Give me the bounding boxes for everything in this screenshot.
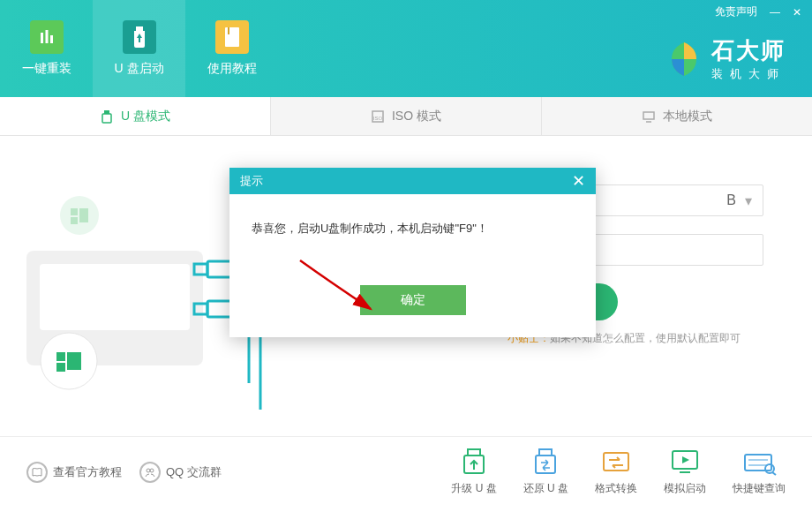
svg-rect-9 [643,112,654,119]
upgrade-usb-label: 升级 U 盘 [451,481,496,496]
app-header: 一键重装 U 盘启动 使用教程 免责声明 — ✕ 石大师 装机大师 [0,0,812,97]
footer: 查看官方教程 QQ 交流群 升级 U 盘 还原 U 盘 格式转换 模拟启动 快捷… [0,436,812,507]
chevron-down-icon: ▾ [745,192,752,209]
usb-icon [100,109,114,124]
hotkey-query-label: 快捷键查询 [733,481,786,496]
tab-iso-mode[interactable]: ISO ISO 模式 [270,97,541,135]
restore-usb-label: 还原 U 盘 [523,481,568,496]
svg-rect-21 [468,449,480,456]
svg-rect-3 [225,27,239,47]
book-icon [26,462,48,483]
svg-rect-4 [228,27,229,34]
main-nav: 一键重装 U 盘启动 使用教程 [0,0,278,97]
upgrade-usb-action[interactable]: 升级 U 盘 [451,448,496,496]
svg-line-32 [772,472,776,475]
mode-tabs: U 盘模式 ISO ISO 模式 本地模式 [0,97,812,136]
nav-tutorial-label: 使用教程 [207,61,257,77]
simulate-boot-label: 模拟启动 [664,481,706,496]
footer-actions: 升级 U 盘 还原 U 盘 格式转换 模拟启动 快捷键查询 [451,448,786,496]
close-button[interactable]: ✕ [793,6,801,19]
dialog-title: 提示 [240,173,263,189]
upgrade-usb-icon [456,448,492,476]
svg-point-20 [150,469,154,472]
format-convert-icon [598,448,634,476]
svg-rect-23 [539,449,552,456]
dialog-header: 提示 ✕ [229,168,596,194]
dialog-body: 恭喜您，启动U盘制作成功，本机启动键"F9"！ 确定 [229,194,596,337]
brand: 石大师 装机大师 [665,35,786,82]
svg-rect-12 [40,264,190,330]
tab-usb-mode[interactable]: U 盘模式 [0,97,270,135]
config-box[interactable] [587,234,763,266]
qq-group-link[interactable]: QQ 交流群 [139,462,222,483]
brand-title: 石大师 [711,35,786,66]
reinstall-icon [30,20,64,54]
nav-tutorial[interactable]: 使用教程 [185,0,278,97]
dialog-message: 恭喜您，启动U盘制作成功，本机启动键"F9"！ [252,221,574,237]
svg-rect-6 [102,114,111,123]
local-icon [642,109,656,124]
hotkey-query-icon [741,448,777,476]
format-convert-label: 格式转换 [595,481,637,496]
disclaimer-link[interactable]: 免责声明 [715,4,757,19]
iso-icon: ISO [371,109,385,124]
svg-rect-1 [45,30,48,43]
simulate-boot-icon [667,448,703,476]
svg-rect-0 [41,33,43,43]
tab-usb-label: U 盘模式 [121,109,170,124]
official-tutorial-label: 查看官方教程 [53,464,122,480]
nav-reinstall[interactable]: 一键重装 [0,0,93,97]
brand-logo-icon [665,41,703,78]
dialog-close-button[interactable]: ✕ [572,171,585,191]
official-tutorial-link[interactable]: 查看官方教程 [26,462,122,483]
svg-point-19 [147,469,150,472]
svg-text:ISO: ISO [373,116,383,121]
brand-subtitle: 装机大师 [711,66,786,82]
qq-group-label: QQ 交流群 [166,464,222,480]
hotkey-query-action[interactable]: 快捷键查询 [733,448,786,496]
svg-rect-28 [745,455,771,471]
people-icon [139,462,161,483]
window-controls: 免责声明 — ✕ [715,4,801,19]
dialog-ok-button[interactable]: 确定 [360,285,466,315]
tab-local-label: 本地模式 [663,109,712,124]
restore-usb-icon [528,448,563,476]
tab-local-mode[interactable]: 本地模式 [541,97,812,135]
svg-rect-25 [604,453,628,471]
tutorial-icon [215,20,249,54]
minimize-button[interactable]: — [770,6,780,19]
success-dialog: 提示 ✕ 恭喜您，启动U盘制作成功，本机启动键"F9"！ 确定 [229,168,596,337]
dropdown-value: B [726,192,736,208]
svg-rect-2 [50,35,53,43]
nav-usb-boot-label: U 盘启动 [115,61,164,77]
usb-boot-icon [123,20,156,54]
nav-usb-boot[interactable]: U 盘启动 [93,0,185,97]
simulate-boot-action[interactable]: 模拟启动 [664,448,706,496]
nav-reinstall-label: 一键重装 [22,61,71,77]
format-convert-action[interactable]: 格式转换 [595,448,637,496]
tab-iso-label: ISO 模式 [392,109,441,124]
restore-usb-action[interactable]: 还原 U 盘 [523,448,568,496]
